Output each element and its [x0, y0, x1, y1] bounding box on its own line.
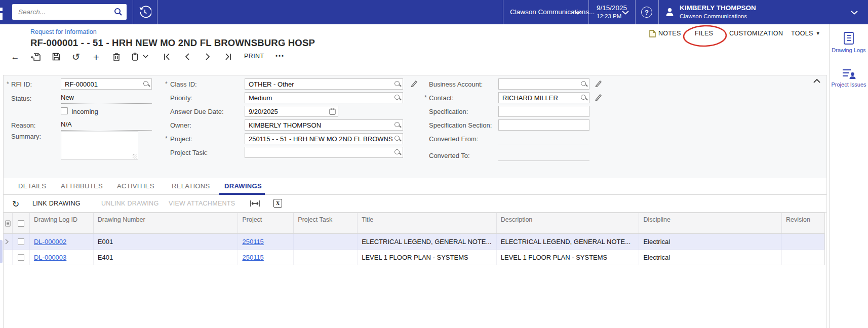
- contact-field[interactable]: RICHARD MILLER: [498, 92, 589, 103]
- select-all-checkbox[interactable]: [18, 220, 24, 227]
- last-record-button[interactable]: [222, 51, 234, 63]
- help-icon[interactable]: ?: [641, 7, 652, 18]
- column-header-drawing-log-id[interactable]: Drawing Log ID: [30, 213, 94, 233]
- side-panel-item-drawing-logs[interactable]: Drawing Logs: [830, 31, 868, 53]
- select-all-column[interactable]: [13, 213, 30, 233]
- column-header-project[interactable]: Project: [238, 213, 294, 233]
- side-panel-item-project-issues[interactable]: Project Issues: [830, 68, 868, 88]
- column-header-discipline[interactable]: Discipline: [639, 213, 782, 233]
- business-date-icon[interactable]: [138, 6, 151, 19]
- column-header-revision[interactable]: Revision: [782, 213, 824, 233]
- row-select-cell[interactable]: [13, 250, 30, 265]
- revision-cell: [782, 250, 824, 265]
- link-drawing-button[interactable]: LINK DRAWING: [32, 200, 81, 207]
- chevron-down-icon[interactable]: [851, 11, 858, 15]
- save-and-close-button[interactable]: [29, 51, 42, 63]
- user-name[interactable]: KIMBERLY THOMPSON: [680, 4, 756, 12]
- print-button[interactable]: PRINT: [244, 53, 264, 60]
- drawing-log-id-link[interactable]: DL-000003: [34, 254, 66, 261]
- edit-pencil-icon[interactable]: [410, 79, 417, 87]
- lookup-icon[interactable]: [581, 95, 586, 100]
- customization-button[interactable]: CUSTOMIZATION: [729, 30, 783, 37]
- company-selector[interactable]: Clawson Communications...: [510, 8, 595, 16]
- specification-field[interactable]: [498, 106, 589, 117]
- user-company[interactable]: Clawson Communications: [680, 13, 747, 19]
- view-attachments-button[interactable]: VIEW ATTACHMENTS: [169, 200, 235, 207]
- summary-textarea[interactable]: [61, 132, 138, 159]
- row-select-cell[interactable]: [13, 234, 30, 249]
- required-marker: *: [7, 80, 9, 88]
- grid-settings-icon[interactable]: [4, 213, 13, 233]
- undo-button[interactable]: ↺: [70, 51, 82, 63]
- lookup-icon[interactable]: [143, 81, 148, 86]
- previous-record-button[interactable]: [181, 51, 193, 63]
- table-row[interactable]: DL-000003 E401 250115 LEVEL 1 FLOOR PLAN…: [4, 250, 824, 265]
- lookup-icon[interactable]: [394, 149, 400, 154]
- project-field[interactable]: 250115 - - 51 - HRH NEW MO 2ND FL BROWNS…: [245, 133, 403, 144]
- tools-button[interactable]: TOOLS▼: [791, 30, 820, 37]
- global-search[interactable]: [12, 4, 127, 20]
- incoming-checkbox[interactable]: [61, 107, 68, 114]
- lookup-icon[interactable]: [581, 81, 586, 86]
- lookup-icon[interactable]: [394, 95, 400, 100]
- side-panel-handle[interactable]: [0, 240, 3, 263]
- rfi-id-field[interactable]: RF-000001: [61, 78, 152, 90]
- column-header-project-task[interactable]: Project Task: [294, 213, 358, 233]
- grid-refresh-icon[interactable]: ↻: [12, 199, 19, 210]
- row-checkbox[interactable]: [18, 254, 24, 261]
- lookup-icon[interactable]: [394, 81, 400, 86]
- drawing-logs-icon: [843, 31, 855, 45]
- answer-due-date-field[interactable]: 9/20/2025: [245, 106, 338, 117]
- project-link[interactable]: 250115: [242, 254, 263, 261]
- column-header-drawing-number[interactable]: Drawing Number: [94, 213, 239, 233]
- go-back-button[interactable]: ←: [9, 51, 21, 63]
- breadcrumb[interactable]: Request for Information: [30, 28, 97, 35]
- delete-button[interactable]: [110, 51, 123, 63]
- specification-section-field[interactable]: [498, 119, 589, 131]
- next-record-button[interactable]: [202, 51, 214, 63]
- business-time-value[interactable]: 12:23 PM: [597, 13, 621, 19]
- side-panel-label: Drawing Logs: [830, 47, 868, 53]
- revision-cell: [782, 234, 824, 249]
- unlink-drawing-button[interactable]: UNLINK DRAWING: [101, 200, 159, 207]
- owner-field[interactable]: KIMBERLY THOMPSON: [245, 119, 403, 131]
- more-actions-button[interactable]: ⋯: [273, 50, 286, 62]
- column-header-description[interactable]: Description: [497, 213, 640, 233]
- business-account-field[interactable]: [498, 78, 589, 90]
- table-row[interactable]: DL-000002 E001 250115 ELECTRICAL LEGEND,…: [4, 234, 824, 250]
- lookup-icon[interactable]: [394, 136, 400, 141]
- search-input[interactable]: [17, 8, 114, 16]
- tab-details[interactable]: DETAILS: [18, 182, 46, 190]
- export-to-excel-icon[interactable]: X: [273, 199, 282, 208]
- chevron-down-icon[interactable]: [574, 11, 581, 15]
- files-button[interactable]: FILES: [695, 30, 713, 37]
- add-new-button[interactable]: +: [90, 51, 102, 63]
- save-button[interactable]: [50, 51, 62, 63]
- search-icon[interactable]: [114, 8, 123, 16]
- collapse-form-icon[interactable]: [813, 79, 820, 83]
- tab-attributes[interactable]: ATTRIBUTES: [61, 182, 103, 190]
- project-task-field[interactable]: [245, 147, 403, 158]
- copy-paste-button[interactable]: [129, 51, 141, 63]
- edit-pencil-icon[interactable]: [595, 79, 602, 87]
- notes-icon[interactable]: [649, 30, 656, 37]
- tab-activities[interactable]: ACTIVITIES: [117, 182, 154, 190]
- priority-field[interactable]: Medium: [245, 92, 403, 103]
- lookup-icon[interactable]: [394, 122, 400, 127]
- notes-button[interactable]: NOTES: [658, 30, 681, 37]
- drawing-log-id-link[interactable]: DL-000002: [34, 238, 66, 245]
- copy-paste-dropdown-icon[interactable]: [143, 55, 148, 58]
- calendar-icon[interactable]: [329, 108, 336, 115]
- chevron-down-icon[interactable]: [622, 11, 629, 15]
- class-id-field[interactable]: OTHER - Other: [245, 78, 403, 90]
- column-header-title[interactable]: Title: [358, 213, 497, 233]
- row-checkbox[interactable]: [18, 238, 24, 245]
- fit-width-icon[interactable]: [250, 200, 260, 207]
- first-record-button[interactable]: [161, 51, 173, 63]
- tab-relations[interactable]: RELATIONS: [172, 182, 210, 190]
- user-avatar-icon[interactable]: [664, 7, 675, 17]
- tab-drawings[interactable]: DRAWINGS: [224, 182, 262, 190]
- resize-handle[interactable]: [133, 154, 137, 158]
- edit-pencil-icon[interactable]: [595, 93, 602, 101]
- project-link[interactable]: 250115: [242, 238, 263, 245]
